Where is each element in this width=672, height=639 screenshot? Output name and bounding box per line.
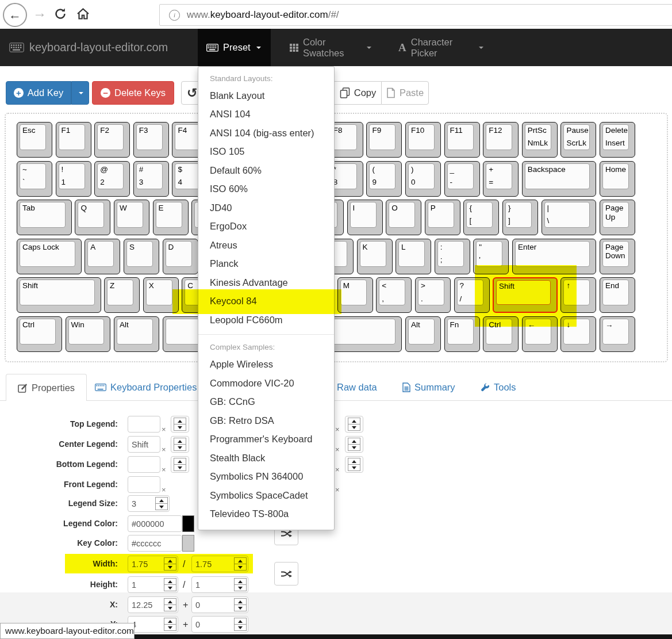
legend-size-stepper[interactable]	[345, 436, 363, 453]
key-key[interactable]: ?/	[454, 277, 490, 313]
center-legend-input[interactable]	[128, 436, 160, 453]
key-f1[interactable]: F1	[56, 122, 91, 158]
key-alt[interactable]: Alt	[405, 316, 441, 352]
key-f9[interactable]: F9	[366, 122, 402, 158]
page-info-icon[interactable]: i	[169, 10, 180, 21]
menu-item-keycool-84[interactable]: Keycool 84	[198, 292, 334, 311]
key-page-down[interactable]: PageDown	[600, 239, 635, 274]
menu-item-stealth-black[interactable]: Stealth Black	[198, 449, 334, 468]
key-0[interactable]: )0	[405, 161, 441, 197]
add-key-button[interactable]: + Add Key	[6, 81, 71, 105]
key-m[interactable]: M	[337, 277, 373, 313]
key-f3[interactable]: F3	[133, 122, 169, 158]
key-color-swatch[interactable]	[182, 535, 194, 552]
key-ctrl[interactable]: Ctrl	[483, 316, 519, 352]
top-legend-input[interactable]	[128, 416, 160, 433]
menu-item-kinesis-advantage[interactable]: Kinesis Advantage	[198, 273, 334, 292]
key-q[interactable]: Q	[75, 200, 110, 235]
key-backspace[interactable]: Backspace	[522, 161, 597, 197]
key-f10[interactable]: F10	[405, 122, 441, 158]
width2-field[interactable]	[191, 556, 248, 572]
clear-icon[interactable]: ×	[335, 446, 340, 453]
bottom-legend-input[interactable]	[128, 456, 160, 473]
swap-size-button[interactable]	[274, 562, 298, 586]
menu-item-apple-wireless[interactable]: Apple Wireless	[198, 355, 334, 374]
clear-icon[interactable]: ×	[162, 466, 166, 473]
key-ctrl[interactable]: Ctrl	[17, 316, 62, 352]
y2-field[interactable]	[191, 616, 248, 633]
menu-item-planck[interactable]: Planck	[198, 255, 334, 274]
key-delete-insert[interactable]: DeleteInsert	[600, 122, 635, 158]
key-key[interactable]: +=	[483, 161, 519, 197]
key-2[interactable]: @2	[94, 161, 130, 197]
key-key[interactable]: ↓	[560, 316, 596, 352]
key-p[interactable]: P	[425, 200, 460, 235]
key-f2[interactable]: F2	[94, 122, 130, 158]
legend-size-stepper[interactable]	[171, 456, 189, 473]
back-button[interactable]: ←	[3, 3, 27, 27]
key-page-up[interactable]: PageUp	[600, 200, 635, 235]
tab-properties[interactable]: Properties	[6, 374, 87, 401]
clear-icon[interactable]: ×	[335, 486, 340, 493]
key-fn[interactable]: Fn	[444, 316, 480, 352]
height-field[interactable]	[128, 576, 178, 593]
key-key[interactable]: {[	[463, 200, 499, 235]
legend-size-stepper[interactable]	[345, 416, 363, 433]
key-prtsc-nmlk[interactable]: PrtScNmLk	[522, 122, 558, 158]
x-field[interactable]	[128, 596, 178, 613]
app-brand[interactable]: keyboard-layout-editor.com	[9, 29, 168, 66]
menu-item-ansi-104[interactable]: ANSI 104	[198, 105, 334, 124]
height2-field[interactable]	[191, 576, 248, 593]
legend-color-input[interactable]	[128, 515, 182, 532]
key-l[interactable]: L	[395, 239, 431, 274]
copy-button[interactable]: Copy	[334, 81, 381, 105]
key-k[interactable]: K	[357, 239, 393, 274]
stepper-icon[interactable]	[234, 598, 247, 611]
key-esc[interactable]: Esc	[17, 122, 52, 158]
menu-item-iso-60[interactable]: ISO 60%	[198, 180, 334, 199]
menu-item-gb-ccng[interactable]: GB: CCnG	[198, 393, 334, 412]
width-field[interactable]	[128, 556, 178, 572]
legend-size-stepper[interactable]	[171, 416, 189, 433]
key-s[interactable]: S	[124, 239, 159, 274]
tab-tools[interactable]: Tools	[481, 374, 516, 401]
nav-item-color-swatches[interactable]: Color Swatches	[281, 29, 380, 66]
paste-button[interactable]: Paste	[381, 81, 429, 105]
key-o[interactable]: O	[386, 200, 421, 235]
key-d[interactable]: D	[163, 239, 198, 274]
menu-item-ergodox[interactable]: ErgoDox	[198, 217, 334, 236]
home-button[interactable]	[76, 7, 90, 23]
menu-item-televideo-ts-800a[interactable]: Televideo TS-800a	[198, 505, 334, 524]
legend-size-stepper[interactable]	[171, 436, 189, 453]
key-pause-scrlk[interactable]: PauseScrLk	[560, 122, 596, 158]
menu-item-blank-layout[interactable]: Blank Layout	[198, 86, 334, 105]
key-key[interactable]: <,	[376, 277, 412, 313]
key-color-input[interactable]	[128, 535, 182, 552]
clear-icon[interactable]: ×	[335, 466, 340, 473]
stepper-icon[interactable]	[234, 618, 247, 631]
legend-size-stepper[interactable]	[345, 456, 363, 473]
key-1[interactable]: !1	[56, 161, 91, 197]
key-caps-lock[interactable]: Caps Lock	[17, 239, 82, 274]
clear-icon[interactable]: ×	[335, 426, 340, 433]
key-key[interactable]: :;	[435, 239, 470, 274]
key-key[interactable]: }]	[502, 200, 538, 235]
key-key[interactable]: _-	[444, 161, 480, 197]
key-key[interactable]: →	[600, 316, 635, 352]
add-key-dropdown-toggle[interactable]	[71, 81, 89, 105]
menu-item-iso-105[interactable]: ISO 105	[198, 143, 334, 162]
key-f11[interactable]: F11	[444, 122, 480, 158]
legend-color-swatch[interactable]	[182, 515, 194, 532]
clear-icon[interactable]: ×	[162, 426, 166, 433]
key-tab[interactable]: Tab	[17, 200, 72, 235]
stepper-icon[interactable]	[164, 598, 176, 611]
front-legend-input[interactable]	[128, 476, 160, 493]
tab-keyboard-properties[interactable]: Keyboard Properties	[95, 374, 197, 401]
legend-size-field[interactable]	[128, 495, 170, 512]
stepper-icon[interactable]	[234, 557, 247, 571]
tab-summary[interactable]: Summary	[402, 374, 455, 401]
key-f12[interactable]: F12	[483, 122, 519, 158]
key-key[interactable]: "'	[473, 239, 509, 274]
key-a[interactable]: A	[85, 239, 120, 274]
key-e[interactable]: E	[153, 200, 189, 235]
